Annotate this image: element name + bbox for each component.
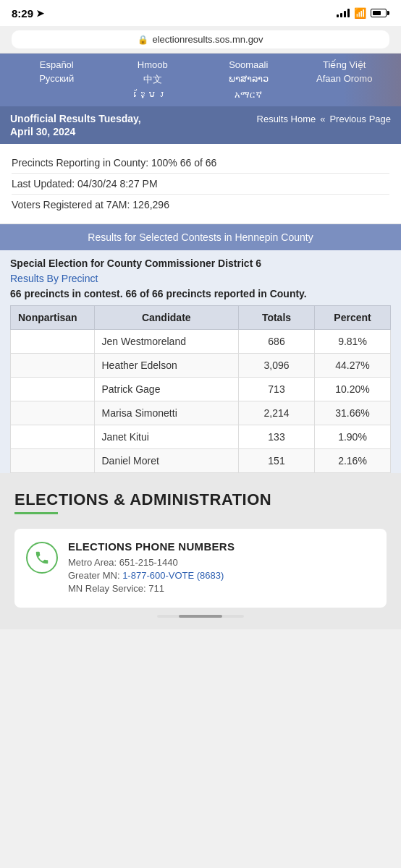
cell-percent: 44.27% (315, 354, 391, 378)
cell-totals: 151 (239, 449, 315, 473)
table-row: Jen Westmoreland 686 9.81% (11, 330, 391, 354)
col-header-percent: Percent (315, 306, 391, 330)
lang-empty1 (9, 89, 105, 101)
phone-relay-row: MN Relay Service: 711 (68, 583, 235, 594)
url-text: electionresults.sos.mn.gov (152, 34, 263, 45)
lang-russian[interactable]: Русский (9, 73, 105, 86)
status-icons: 📶 (337, 7, 389, 19)
cell-totals: 3,096 (239, 354, 315, 378)
contest-title: Special Election for County Commissioner… (10, 258, 391, 269)
cell-party (11, 425, 95, 449)
url-bar[interactable]: 🔒 electionresults.sos.mn.gov (12, 30, 389, 48)
results-section: Results for Selected Contests in Hennepi… (0, 224, 401, 473)
results-by-precinct-link[interactable]: Results By Precinct (10, 273, 98, 284)
cell-percent: 9.81% (315, 330, 391, 354)
cell-party (11, 401, 95, 425)
table-row: Daniel Moret 151 2.16% (11, 449, 391, 473)
lang-soomaali[interactable]: Soomaali (200, 59, 297, 70)
table-row: Patrick Gage 713 10.20% (11, 378, 391, 401)
phone-icon-circle (26, 542, 58, 574)
page-title: Unofficial Results Tuesday,April 30, 202… (10, 112, 141, 138)
cell-totals: 713 (239, 378, 315, 401)
metro-label: Metro Area: (68, 557, 117, 568)
greater-mn-link[interactable]: 1-877-600-VOTE (8683) (122, 570, 224, 581)
time-display: 8:29 (12, 7, 33, 20)
results-home-link[interactable]: Results Home (257, 114, 316, 124)
voters-registered-value: 126,296 (132, 199, 169, 210)
nav-links: Results Home « Previous Page (257, 112, 391, 124)
green-divider (14, 512, 58, 514)
scroll-indicator (157, 615, 244, 618)
phone-card: ELECTIONS PHONE NUMBERS Metro Area: 651-… (14, 529, 387, 608)
cell-totals: 2,214 (239, 401, 315, 425)
results-header-text: Results for Selected Contests in Hennepi… (88, 231, 313, 243)
lang-empty2 (297, 89, 393, 101)
metro-number: 651-215-1440 (119, 557, 178, 568)
cell-percent: 31.66% (315, 401, 391, 425)
elections-section-title: ELECTIONS & ADMINISTRATION (14, 490, 387, 509)
precinct-link-text: Results By Precinct (10, 273, 98, 284)
wifi-icon: 📶 (354, 7, 366, 19)
lang-espanol[interactable]: Español (9, 59, 105, 70)
cell-party (11, 330, 95, 354)
cell-candidate: Patrick Gage (94, 378, 239, 401)
cell-party (11, 378, 95, 401)
status-time: 8:29 ➤ (12, 7, 44, 20)
table-row: Janet Kitui 133 1.90% (11, 425, 391, 449)
cell-candidate: Marisa Simonetti (94, 401, 239, 425)
phone-icon (34, 550, 50, 566)
cell-party (11, 354, 95, 378)
greater-mn-label: Greater MN: (68, 570, 120, 581)
scroll-bar (179, 615, 222, 618)
cell-percent: 2.16% (315, 449, 391, 473)
relay-label: MN Relay Service: (68, 583, 146, 594)
phone-details: ELECTIONS PHONE NUMBERS Metro Area: 651-… (68, 540, 235, 596)
lang-amharic[interactable]: አማርኛ (200, 89, 297, 101)
col-header-nonpartisan: Nonpartisan (11, 306, 95, 330)
contest-subtitle: 66 precincts in contest. 66 of 66 precin… (10, 288, 391, 299)
nav-bar: Unofficial Results Tuesday,April 30, 202… (0, 106, 401, 144)
cell-candidate: Janet Kitui (94, 425, 239, 449)
cell-party (11, 449, 95, 473)
results-table: Nonpartisan Candidate Totals Percent Jen… (10, 305, 391, 473)
lang-chinese[interactable]: 中文 (105, 73, 201, 86)
battery-icon (371, 9, 389, 17)
relay-number: 711 (148, 583, 164, 594)
results-header: Results for Selected Contests in Hennepi… (0, 224, 401, 250)
cell-percent: 1.90% (315, 425, 391, 449)
table-row: Marisa Simonetti 2,214 31.66% (11, 401, 391, 425)
cell-candidate: Daniel Moret (94, 449, 239, 473)
cell-totals: 686 (239, 330, 315, 354)
last-updated-value: 04/30/24 8:27 PM (77, 178, 158, 190)
lang-hmoob[interactable]: Hmoob (105, 59, 201, 70)
cell-totals: 133 (239, 425, 315, 449)
location-icon: ➤ (36, 8, 44, 19)
lock-icon: 🔒 (138, 35, 148, 45)
precincts-label: Precincts Reporting in County: (12, 157, 148, 169)
col-header-candidate: Candidate (94, 306, 239, 330)
footer-area: ELECTIONS & ADMINISTRATION ELECTIONS PHO… (0, 473, 401, 629)
phone-numbers-title: ELECTIONS PHONE NUMBERS (68, 540, 235, 553)
lang-tieng-viet[interactable]: Tiếng Việt (297, 59, 393, 70)
greater-mn-number: 1-877-600-VOTE (8683) (122, 570, 224, 581)
signal-icon (337, 9, 350, 17)
last-updated-label: Last Updated: (12, 178, 75, 190)
lang-afaan-oromo[interactable]: Afaan Oromo (297, 73, 393, 86)
phone-greater-mn-row: Greater MN: 1-877-600-VOTE (8683) (68, 570, 235, 581)
cell-candidate: Jen Westmoreland (94, 330, 239, 354)
precincts-value: 100% 66 of 66 (151, 157, 216, 169)
previous-page-link[interactable]: Previous Page (329, 114, 391, 124)
address-bar[interactable]: 🔒 electionresults.sos.mn.gov (0, 26, 401, 54)
contest-area: Special Election for County Commissioner… (0, 250, 401, 473)
phone-metro-row: Metro Area: 651-215-1440 (68, 557, 235, 568)
table-row: Heather Edelson 3,096 44.27% (11, 354, 391, 378)
language-banner: Español Hmoob Soomaali Tiếng Việt Русски… (0, 54, 401, 106)
lang-lao[interactable]: ພາສາລາວ (200, 73, 297, 86)
cell-candidate: Heather Edelson (94, 354, 239, 378)
voters-registered-label: Voters Registered at 7AM: (12, 199, 130, 210)
col-header-totals: Totals (239, 306, 315, 330)
nav-separator: « (320, 114, 325, 124)
info-section: Precincts Reporting in County: 100% 66 o… (0, 144, 401, 224)
cell-percent: 10.20% (315, 378, 391, 401)
lang-khmer[interactable]: ខ្មែរ (105, 89, 201, 101)
